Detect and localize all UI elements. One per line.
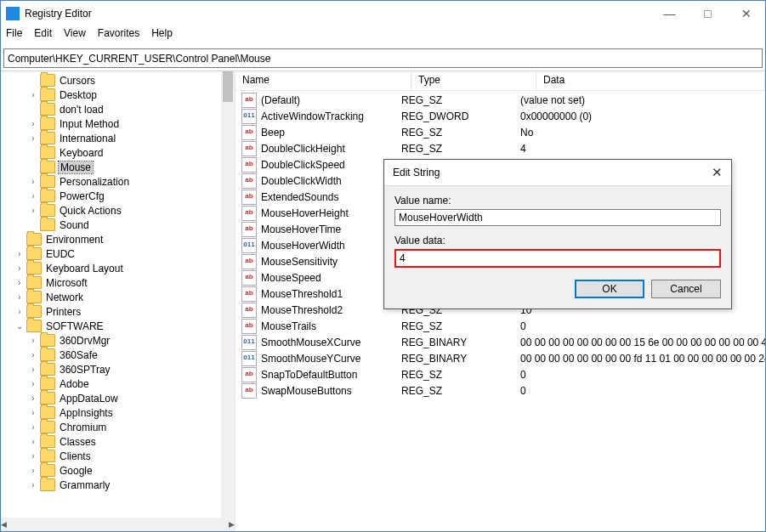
tree-item[interactable]: ›Printers bbox=[1, 304, 235, 319]
value-row[interactable]: abSnapToDefaultButtonREG_SZ0 bbox=[235, 366, 765, 382]
expand-icon[interactable]: › bbox=[28, 422, 38, 432]
menu-edit[interactable]: Edit bbox=[34, 27, 52, 44]
col-name[interactable]: Name bbox=[235, 71, 411, 90]
expand-icon[interactable]: › bbox=[28, 466, 38, 475]
menu-file[interactable]: File bbox=[6, 27, 22, 44]
expand-icon[interactable]: › bbox=[14, 263, 25, 273]
expand-icon[interactable]: › bbox=[28, 119, 38, 128]
dialog-close-icon[interactable]: ✕ bbox=[712, 165, 723, 180]
expand-icon[interactable]: › bbox=[14, 292, 25, 302]
value-row[interactable]: abMouseTrailsREG_SZ0 bbox=[235, 318, 765, 334]
string-value-icon: ab bbox=[241, 270, 257, 286]
value-data-input[interactable] bbox=[394, 249, 721, 268]
expand-icon[interactable]: ⌄ bbox=[14, 321, 25, 331]
tree-item[interactable]: Sound bbox=[1, 218, 235, 232]
tree-hscrollbar[interactable]: ◀▶ bbox=[1, 518, 235, 531]
tree-item[interactable]: Environment bbox=[1, 232, 235, 246]
tree-item[interactable]: ›Microsoft bbox=[1, 275, 235, 290]
tree-item[interactable]: ›Grammarly bbox=[1, 478, 235, 492]
tree-item-label: Mouse bbox=[59, 161, 93, 173]
tree-item[interactable]: Mouse bbox=[1, 160, 235, 174]
folder-icon bbox=[40, 450, 55, 462]
tree-item[interactable]: ›Chromium bbox=[1, 420, 235, 434]
value-row[interactable]: 011ActiveWindowTrackingREG_DWORD0x000000… bbox=[235, 108, 765, 124]
value-name: SmoothMouseYCurve bbox=[261, 353, 401, 365]
value-type: REG_SZ bbox=[401, 143, 520, 155]
tree-vscrollbar[interactable] bbox=[221, 71, 235, 518]
expand-icon[interactable]: › bbox=[28, 437, 38, 446]
tree-item[interactable]: ›Desktop bbox=[1, 88, 235, 102]
expand-icon[interactable]: › bbox=[28, 350, 38, 359]
value-row[interactable]: ab(Default)REG_SZ(value not set) bbox=[235, 92, 765, 108]
expand-icon[interactable]: › bbox=[28, 365, 38, 374]
expand-icon[interactable]: › bbox=[28, 408, 38, 417]
close-button[interactable]: ✕ bbox=[727, 1, 765, 26]
string-value-icon: ab bbox=[241, 206, 257, 221]
expand-icon[interactable]: › bbox=[28, 393, 38, 403]
address-bar[interactable]: Computer\HKEY_CURRENT_USER\Control Panel… bbox=[3, 48, 763, 68]
value-name-input[interactable] bbox=[394, 209, 721, 226]
tree-item[interactable]: ›360DrvMgr bbox=[1, 333, 235, 348]
expand-icon[interactable]: › bbox=[28, 379, 38, 388]
expand-icon[interactable]: › bbox=[28, 191, 38, 201]
expand-icon[interactable]: › bbox=[28, 206, 38, 215]
expand-icon[interactable]: › bbox=[28, 480, 38, 490]
col-data[interactable]: Data bbox=[536, 71, 765, 90]
tree-item-label: Microsoft bbox=[45, 277, 88, 289]
tree-item[interactable]: ›Quick Actions bbox=[1, 203, 235, 218]
col-type[interactable]: Type bbox=[411, 71, 536, 90]
folder-icon bbox=[40, 88, 55, 101]
menu-help[interactable]: Help bbox=[151, 27, 173, 44]
minimize-button[interactable]: — bbox=[650, 1, 689, 26]
tree-item[interactable]: ›360Safe bbox=[1, 348, 235, 362]
expand-icon[interactable]: › bbox=[28, 133, 38, 143]
tree-item[interactable]: Cursors bbox=[1, 73, 235, 88]
binary-value-icon: 011 bbox=[241, 238, 257, 253]
tree-item[interactable]: ›PowerCfg bbox=[1, 189, 235, 203]
folder-icon bbox=[40, 204, 55, 217]
value-row[interactable]: 011SmoothMouseXCurveREG_BINARY00 00 00 0… bbox=[235, 334, 765, 350]
tree-item-label: Desktop bbox=[59, 89, 98, 101]
string-value-icon: ab bbox=[241, 254, 257, 269]
tree-item[interactable]: ›EUDC bbox=[1, 246, 235, 261]
tree-item[interactable]: ›Network bbox=[1, 290, 235, 304]
tree-item[interactable]: Keyboard bbox=[1, 145, 235, 160]
value-row[interactable]: abSwapMouseButtonsREG_SZ0 bbox=[235, 382, 765, 399]
tree-item[interactable]: ›International bbox=[1, 131, 235, 145]
expand-icon[interactable]: › bbox=[14, 249, 25, 258]
tree-item[interactable]: ›Adobe bbox=[1, 376, 235, 391]
cancel-button[interactable]: Cancel bbox=[651, 280, 721, 298]
value-row[interactable]: abBeepREG_SZNo bbox=[235, 124, 765, 140]
tree-item[interactable]: ›Input Method bbox=[1, 116, 235, 131]
expand-icon[interactable]: › bbox=[28, 336, 38, 345]
expand-icon[interactable]: › bbox=[28, 177, 38, 186]
tree-item[interactable]: ›AppInsights bbox=[1, 405, 235, 420]
ok-button[interactable]: OK bbox=[575, 280, 644, 298]
menu-view[interactable]: View bbox=[64, 27, 86, 44]
value-data: 0 bbox=[520, 320, 765, 332]
tree-item-label: Keyboard Layout bbox=[45, 263, 124, 274]
tree-item[interactable]: ›AppDataLow bbox=[1, 391, 235, 405]
tree-item-label: SOFTWARE bbox=[45, 320, 105, 332]
menu-favorites[interactable]: Favorites bbox=[98, 27, 139, 44]
tree-item[interactable]: ›Keyboard Layout bbox=[1, 261, 235, 275]
expand-icon[interactable]: › bbox=[14, 307, 25, 316]
tree-item[interactable]: ›Classes bbox=[1, 434, 235, 449]
expand-icon[interactable]: › bbox=[28, 451, 38, 461]
tree-item[interactable]: ›Personalization bbox=[1, 174, 235, 189]
maximize-button[interactable]: □ bbox=[689, 1, 727, 26]
tree-item[interactable]: don't load bbox=[1, 102, 235, 116]
value-row[interactable]: abDoubleClickHeightREG_SZ4 bbox=[235, 140, 765, 156]
tree-item[interactable]: ›360SPTray bbox=[1, 362, 235, 376]
tree-item-label: don't load bbox=[59, 104, 105, 116]
tree-item-label: PowerCfg bbox=[59, 190, 105, 202]
value-row[interactable]: 011SmoothMouseYCurveREG_BINARY00 00 00 0… bbox=[235, 350, 765, 366]
folder-icon bbox=[40, 190, 55, 202]
expand-icon[interactable]: › bbox=[14, 278, 25, 287]
tree-item[interactable]: ›Google bbox=[1, 463, 235, 478]
tree-item-label: 360Safe bbox=[59, 349, 99, 361]
tree-item[interactable]: ⌄SOFTWARE bbox=[1, 319, 235, 333]
tree-item[interactable]: ›Clients bbox=[1, 449, 235, 463]
value-data-label: Value data: bbox=[394, 235, 721, 246]
expand-icon[interactable]: › bbox=[28, 90, 38, 99]
